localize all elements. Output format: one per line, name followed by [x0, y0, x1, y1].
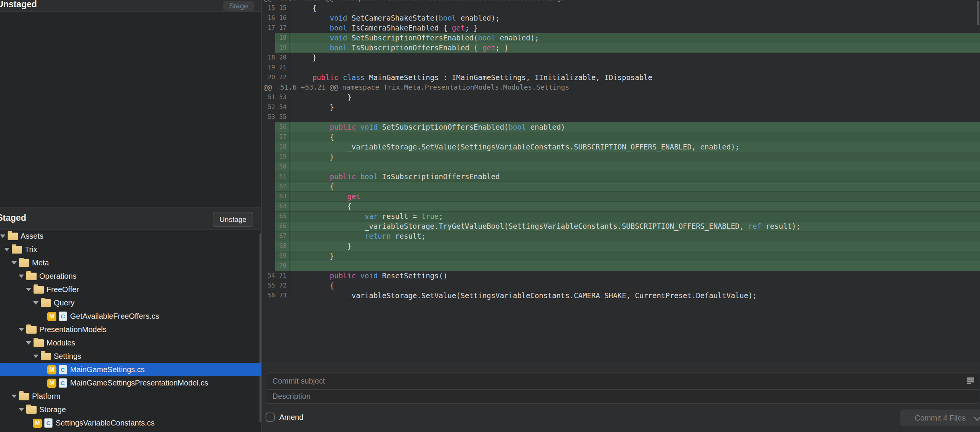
tree-item-assets[interactable]: Assets — [0, 230, 262, 243]
tree-item-getavailablefreeoffers-cs[interactable]: MCGetAvailableFreeOffers.cs — [0, 310, 262, 323]
tree-item-query[interactable]: Query — [0, 296, 262, 310]
tree-item-platform[interactable]: Platform — [0, 390, 262, 403]
old-line-number — [262, 191, 275, 201]
diff-context-line[interactable]: 1820 } — [262, 53, 980, 63]
diff-added-line[interactable]: 57 { — [262, 132, 980, 142]
new-line-number: 56 — [275, 122, 287, 132]
tree-item-presentationmodels[interactable]: PresentationModels — [0, 323, 262, 336]
code-text: } — [295, 53, 980, 63]
tree-item-label: FreeOffer — [46, 285, 79, 294]
gutter-separator — [287, 181, 290, 191]
unstage-button[interactable]: Unstage — [213, 212, 253, 227]
code-text: } — [295, 241, 980, 251]
folder-icon — [26, 326, 37, 334]
diff-added-line[interactable]: 61 public bool IsSubscriptionOffersEnabl… — [262, 172, 980, 181]
new-line-number: 16 — [275, 13, 287, 23]
code-text: } — [295, 92, 980, 102]
diff-added-line[interactable]: 68 } — [262, 241, 980, 251]
diff-added-line[interactable]: 62 { — [262, 181, 980, 191]
stage-button[interactable]: Stage — [223, 1, 254, 11]
diff-context-line[interactable]: 5355 — [262, 112, 980, 122]
new-line-number: 60 — [275, 162, 287, 172]
commit-button-label: Commit 4 Files — [900, 414, 975, 422]
diff-added-line[interactable]: 69 } — [262, 251, 980, 261]
old-line-number — [262, 152, 275, 162]
diff-added-line[interactable]: 63 get — [262, 191, 980, 201]
diff-context-line[interactable]: 5471 public void ResetSettings() — [262, 271, 980, 281]
diff-rows: @@ -15,6 +15,8 @@ namespace Trix.Meta.Pr… — [262, 0, 980, 300]
code-text: { — [295, 181, 980, 191]
diff-context-line[interactable]: 1616 void SetCameraShakeState(bool enabl… — [262, 13, 980, 23]
diff-added-line[interactable]: 67 return result; — [262, 231, 980, 241]
diff-context-line[interactable]: 1515 { — [262, 3, 980, 13]
chevron-expanded-icon[interactable] — [19, 408, 24, 411]
chevron-expanded-icon[interactable] — [0, 234, 5, 238]
tree-item-settingsvariableconstants-cs[interactable]: MCSettingsVariableConstants.cs — [0, 416, 262, 430]
chevron-expanded-icon[interactable] — [33, 301, 38, 305]
new-line-number: 72 — [275, 281, 287, 291]
diff-scrollbar[interactable] — [977, 1, 979, 25]
commit-description-input[interactable] — [267, 390, 979, 403]
code-text — [295, 63, 980, 72]
folder-icon — [26, 406, 37, 414]
code-text: void SetCameraShakeState(bool enabled); — [295, 13, 980, 23]
amend-row: Amend — [266, 413, 303, 422]
diff-context-line[interactable]: 5254 } — [262, 102, 980, 112]
diff-added-line[interactable]: 56 public void SetSubscriptionOffersEnab… — [262, 122, 980, 132]
diff-added-line[interactable]: 66 _variableStorage.TryGetValueBool(Sett… — [262, 221, 980, 231]
commit-subject-input[interactable] — [267, 373, 979, 390]
diff-added-line[interactable]: 60 — [262, 162, 980, 172]
new-line-number: 62 — [275, 181, 287, 191]
tree-item-label: GetAvailableFreeOffers.cs — [70, 312, 159, 321]
amend-checkbox[interactable] — [266, 413, 275, 422]
tree-item-operations[interactable]: Operations — [0, 270, 262, 283]
diff-added-line[interactable]: 59 } — [262, 152, 980, 162]
code-text: public class MainGameSettings : IMainGam… — [295, 72, 980, 82]
old-line-number — [262, 181, 275, 191]
tree-item-meta[interactable]: Meta — [0, 256, 262, 270]
new-line-number: 21 — [275, 63, 287, 72]
diff-added-line[interactable]: 70 — [262, 261, 980, 271]
old-line-number — [262, 172, 275, 181]
chevron-expanded-icon[interactable] — [19, 328, 24, 331]
hunk-header: @@ -15,6 +15,8 @@ namespace Trix.Meta.Pr… — [262, 0, 980, 3]
tree-item-storage[interactable]: Storage — [0, 403, 262, 416]
tree-item-label: MainGameSettings.cs — [70, 365, 145, 374]
diff-context-line[interactable]: 2022 public class MainGameSettings : IMa… — [262, 72, 980, 82]
gutter-separator — [287, 112, 290, 122]
chevron-expanded-icon[interactable] — [11, 395, 17, 398]
tree-item-modules[interactable]: Modules — [0, 336, 262, 350]
tree-item-maingamesettingspresentationmodel-cs[interactable]: MCMainGameSettingsPresentationModel.cs — [0, 376, 262, 390]
code-text: } — [295, 102, 980, 112]
diff-context-line[interactable]: 1717 bool IsCameraShakeEnabled { get; } — [262, 23, 980, 33]
chevron-expanded-icon[interactable] — [26, 288, 31, 291]
modified-badge: M — [47, 312, 56, 321]
old-line-number: 19 — [262, 63, 275, 72]
diff-added-line[interactable]: 19 bool IsSubscriptionOffersEnabled { ge… — [262, 43, 980, 53]
chevron-expanded-icon[interactable] — [26, 341, 31, 345]
tree-item-trix[interactable]: Trix — [0, 243, 262, 256]
diff-added-line[interactable]: 58 _variableStorage.SetValue(SettingsVar… — [262, 142, 980, 152]
chevron-expanded-icon[interactable] — [4, 248, 10, 251]
unstaged-file-list[interactable] — [0, 12, 262, 207]
tree-item-freeoffer[interactable]: FreeOffer — [0, 283, 262, 296]
diff-added-line[interactable]: 64 { — [262, 201, 980, 211]
gutter-separator — [287, 3, 290, 13]
gutter-separator — [287, 281, 290, 291]
commit-button[interactable]: Commit 4 Files — [900, 410, 980, 426]
chevron-expanded-icon[interactable] — [33, 355, 38, 358]
diff-added-line[interactable]: 18 void SetSubscriptionOffersEnabled(boo… — [262, 33, 980, 43]
chevron-expanded-icon[interactable] — [11, 261, 17, 265]
chevron-expanded-icon[interactable] — [19, 275, 24, 278]
diff-context-line[interactable]: 5572 { — [262, 281, 980, 291]
diff-added-line[interactable]: 65 var result = true; — [262, 211, 980, 221]
subject-lines-icon[interactable] — [967, 377, 974, 384]
tree-item-settings[interactable]: Settings — [0, 350, 262, 363]
old-line-number — [262, 261, 275, 271]
old-line-number: 55 — [262, 281, 275, 291]
diff-context-line[interactable]: 5673 _variableStorage.SetValue(SettingsV… — [262, 291, 980, 300]
diff-context-line[interactable]: 5153 } — [262, 92, 980, 102]
tree-item-maingamesettings-cs[interactable]: MCMainGameSettings.cs — [0, 363, 262, 376]
csharp-file-icon: C — [59, 312, 67, 321]
diff-context-line[interactable]: 1921 — [262, 63, 980, 72]
